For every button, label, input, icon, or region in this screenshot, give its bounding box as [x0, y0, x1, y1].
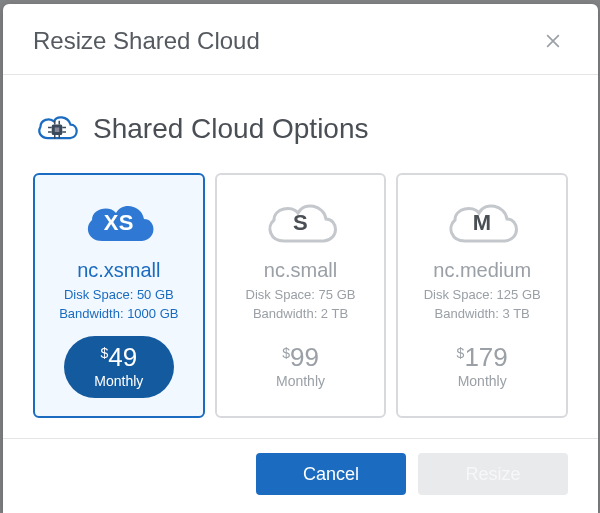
- price-amount: 49: [108, 344, 137, 370]
- cloud-icon: S: [262, 195, 340, 247]
- cloud-icon: M: [443, 195, 521, 247]
- section-header: Shared Cloud Options: [33, 105, 568, 153]
- option-name: nc.medium: [406, 259, 558, 282]
- option-card-medium[interactable]: M nc.medium Disk Space: 125 GB Bandwidth…: [396, 173, 568, 418]
- price-amount: 179: [464, 344, 507, 370]
- option-name: nc.xsmall: [43, 259, 195, 282]
- currency-label: $: [457, 346, 465, 360]
- cloud-icon: XS: [80, 195, 158, 247]
- option-disk: Disk Space: 125 GB: [406, 286, 558, 305]
- currency-label: $: [100, 346, 108, 360]
- price-interval: Monthly: [427, 373, 537, 389]
- option-disk: Disk Space: 75 GB: [225, 286, 377, 305]
- cloud-size-label: M: [473, 210, 492, 236]
- currency-label: $: [282, 346, 290, 360]
- option-bandwidth: Bandwidth: 2 TB: [225, 305, 377, 324]
- option-name: nc.small: [225, 259, 377, 282]
- cloud-size-label: XS: [104, 210, 134, 236]
- svg-rect-1: [55, 128, 60, 133]
- close-button[interactable]: [538, 26, 568, 56]
- price-interval: Monthly: [246, 373, 356, 389]
- price-amount: 99: [290, 344, 319, 370]
- resize-modal: Resize Shared Cloud: [3, 4, 598, 513]
- cancel-button[interactable]: Cancel: [256, 453, 406, 495]
- price-pill: $ 179 Monthly: [427, 336, 537, 398]
- option-disk: Disk Space: 50 GB: [43, 286, 195, 305]
- cloud-size-label: S: [293, 210, 308, 236]
- cloud-chip-icon: [33, 105, 81, 153]
- modal-header: Resize Shared Cloud: [3, 4, 598, 75]
- modal-title: Resize Shared Cloud: [33, 27, 260, 55]
- cloud-icon-wrap: M: [406, 191, 558, 251]
- option-card-xsmall[interactable]: XS nc.xsmall Disk Space: 50 GB Bandwidth…: [33, 173, 205, 418]
- section-title: Shared Cloud Options: [93, 113, 369, 145]
- resize-button[interactable]: Resize: [418, 453, 568, 495]
- option-bandwidth: Bandwidth: 3 TB: [406, 305, 558, 324]
- option-cards: XS nc.xsmall Disk Space: 50 GB Bandwidth…: [33, 173, 568, 418]
- cloud-icon-wrap: XS: [43, 191, 195, 251]
- price-pill: $ 49 Monthly: [64, 336, 174, 398]
- close-icon: [543, 31, 563, 51]
- option-card-small[interactable]: S nc.small Disk Space: 75 GB Bandwidth: …: [215, 173, 387, 418]
- modal-body: Shared Cloud Options XS nc.xsmall Disk S…: [3, 75, 598, 438]
- price-pill: $ 99 Monthly: [246, 336, 356, 398]
- option-bandwidth: Bandwidth: 1000 GB: [43, 305, 195, 324]
- price-interval: Monthly: [64, 373, 174, 389]
- cloud-icon-wrap: S: [225, 191, 377, 251]
- modal-footer: Cancel Resize: [3, 438, 598, 513]
